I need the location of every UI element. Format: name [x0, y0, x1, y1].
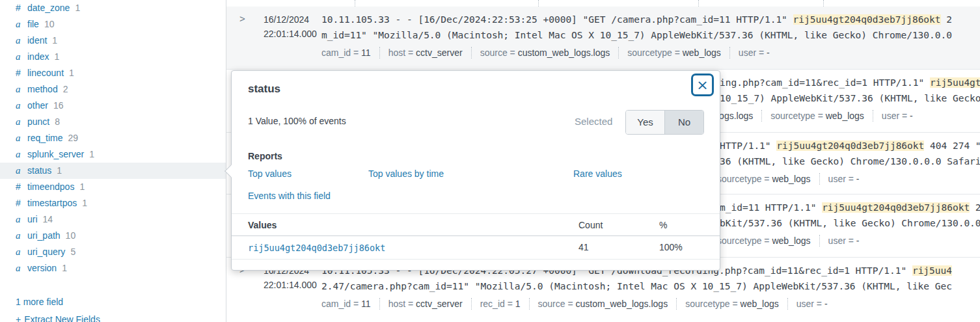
- tag-key: user =: [828, 235, 856, 246]
- event-raw-line: bKit/537.36 (KHTML, like Gecko) Chrome/1…: [720, 216, 980, 230]
- string-field-icon: a: [16, 163, 25, 179]
- tag-value[interactable]: 11: [361, 47, 371, 58]
- more-fields-link[interactable]: 1 more field: [16, 294, 63, 310]
- tag-value[interactable]: -: [910, 111, 913, 121]
- event-field-tag[interactable]: logs.logs: [717, 111, 753, 121]
- sidebar-item-status[interactable]: astatus1: [0, 163, 226, 179]
- field-name: linecount: [27, 68, 64, 78]
- tag-value[interactable]: web_logs: [683, 47, 721, 58]
- sidebar-item-index[interactable]: aindex1: [0, 49, 226, 65]
- field-name: uri_path: [27, 230, 61, 241]
- tag-value[interactable]: custom_web_logs.logs: [576, 299, 668, 309]
- tag-value[interactable]: -: [767, 47, 770, 58]
- rare-values-link[interactable]: Rare values: [573, 168, 622, 179]
- tag-value[interactable]: -: [856, 174, 860, 184]
- event-raw-line: 10.11.105.33 - - [16/Dec/2024:22:53:25 +…: [321, 12, 952, 27]
- sidebar-item-timeendpos[interactable]: #timeendpos1: [0, 179, 226, 195]
- popup-title: status: [248, 83, 280, 96]
- tag-value[interactable]: cctv_server: [416, 47, 463, 58]
- sidebar-item-date_zone[interactable]: #date_zone1: [0, 0, 226, 16]
- tag-value[interactable]: web_logs: [826, 111, 864, 121]
- tag-separator: [618, 47, 619, 59]
- sidebar-item-ident[interactable]: aident1: [0, 33, 226, 49]
- tag-value[interactable]: web_logs: [772, 235, 810, 246]
- event-field-tag[interactable]: cam_id = 11: [321, 299, 371, 309]
- event-field-tag[interactable]: host = cctv_server: [388, 299, 463, 309]
- selected-label: Selected: [575, 116, 612, 127]
- event-field-tag[interactable]: host = cctv_server: [388, 47, 463, 58]
- event-field-tag[interactable]: source = custom_web_logs.logs: [538, 299, 668, 309]
- tag-separator: [471, 298, 472, 310]
- value-count: 41: [578, 242, 589, 252]
- tag-key: sourcetype =: [717, 174, 772, 184]
- value-link[interactable]: rij5uu4gt204q0d3eb7jj86okt: [248, 243, 385, 253]
- event-row: > 16/12/2024 22:01:14.000 10.11.105.33 -…: [226, 7, 980, 70]
- tag-value[interactable]: logs.logs: [717, 111, 753, 121]
- raw-text: m_id=11 HTTP/1.1": [720, 202, 822, 213]
- raw-text: ing.php?cam_id=11&rec_id=1 HTTP/1.1": [720, 77, 930, 88]
- tag-separator: [787, 298, 788, 310]
- event-raw-line: m_id=11 HTTP/1.1" rij5uu4gt204q0d3eb7jj8…: [720, 200, 980, 215]
- sidebar-item-uri_query[interactable]: auri_query5: [0, 244, 226, 260]
- event-field-tag[interactable]: sourcetype = web_logs: [685, 299, 779, 309]
- table-divider: [232, 259, 720, 260]
- string-field-icon: a: [16, 49, 25, 65]
- string-field-icon: a: [16, 130, 25, 146]
- tag-key: sourcetype =: [717, 235, 772, 246]
- close-button[interactable]: ×: [691, 74, 714, 96]
- string-field-icon: a: [16, 33, 25, 49]
- selected-yes-button[interactable]: Yes: [626, 111, 665, 134]
- tag-separator-tick: [355, 0, 355, 7]
- tag-value[interactable]: custom_web_logs.logs: [518, 47, 610, 58]
- field-name: other: [27, 100, 48, 111]
- tag-value[interactable]: -: [824, 299, 828, 309]
- sidebar-item-method[interactable]: amethod2: [0, 81, 226, 98]
- event-field-tag[interactable]: user = -: [828, 235, 860, 246]
- sidebar-item-linecount[interactable]: #linecount1: [0, 65, 226, 81]
- event-field-tag[interactable]: user = -: [882, 111, 913, 121]
- field-count: 5: [70, 247, 75, 257]
- event-field-tag[interactable]: sourcetype = web_logs: [770, 111, 864, 121]
- extract-new-fields-link[interactable]: +Extract New Fields: [16, 312, 100, 322]
- sidebar-item-req_time[interactable]: areq_time29: [0, 130, 226, 146]
- event-time: 22:01:14.000: [264, 27, 317, 41]
- event-field-tag[interactable]: sourcetype = web_logs: [717, 235, 811, 246]
- reports-heading: Reports: [248, 151, 282, 161]
- tag-value[interactable]: web_logs: [772, 174, 810, 184]
- expand-event-icon[interactable]: >: [239, 13, 245, 24]
- event-field-tag[interactable]: user = -: [739, 47, 770, 58]
- sidebar-item-punct[interactable]: apunct8: [0, 114, 226, 130]
- sidebar-item-uri[interactable]: auri14: [0, 211, 226, 228]
- event-field-tag[interactable]: user = -: [828, 174, 860, 184]
- top-values-link[interactable]: Top values: [248, 168, 292, 179]
- tag-value[interactable]: -: [856, 235, 860, 246]
- sidebar-item-timestartpos[interactable]: #timestartpos1: [0, 195, 226, 211]
- tag-key: source =: [538, 299, 576, 309]
- field-name: index: [27, 51, 49, 62]
- events-with-field-link[interactable]: Events with this field: [248, 191, 331, 201]
- highlighted-match: rij5uu4gt204q0d3eb7jj86okt: [776, 141, 924, 151]
- tag-value[interactable]: cctv_server: [416, 299, 463, 309]
- event-raw-line: 2.47/camera.php?cam_id=11" "Mozilla/5.0 …: [321, 279, 952, 293]
- sidebar-item-version[interactable]: aversion1: [0, 260, 226, 276]
- event-field-tag[interactable]: sourcetype = web_logs: [717, 174, 811, 184]
- tag-value[interactable]: 1: [515, 299, 521, 309]
- event-field-tag[interactable]: source = custom_web_logs.logs: [480, 47, 610, 58]
- tag-value[interactable]: 11: [361, 299, 371, 309]
- selected-no-button[interactable]: No: [665, 111, 703, 134]
- event-field-tag[interactable]: user = -: [796, 299, 828, 309]
- tag-key: user =: [796, 299, 824, 309]
- field-count: 1: [79, 181, 85, 192]
- tag-value[interactable]: web_logs: [741, 299, 779, 309]
- event-field-tag[interactable]: rec_id = 1: [480, 299, 521, 309]
- sidebar-item-splunk_server[interactable]: asplunk_server1: [0, 146, 226, 163]
- sidebar-item-uri_path[interactable]: auri_path10: [0, 228, 226, 244]
- event-field-tag[interactable]: sourcetype = web_logs: [627, 47, 721, 58]
- field-count: 14: [43, 214, 53, 224]
- selected-toggle: Yes No: [625, 110, 704, 135]
- event-field-tag[interactable]: cam_id = 11: [321, 47, 371, 58]
- sidebar-item-other[interactable]: aother16: [0, 98, 226, 114]
- string-field-icon: a: [16, 16, 25, 33]
- sidebar-item-file[interactable]: afile10: [0, 16, 226, 33]
- top-values-by-time-link[interactable]: Top values by time: [368, 168, 444, 179]
